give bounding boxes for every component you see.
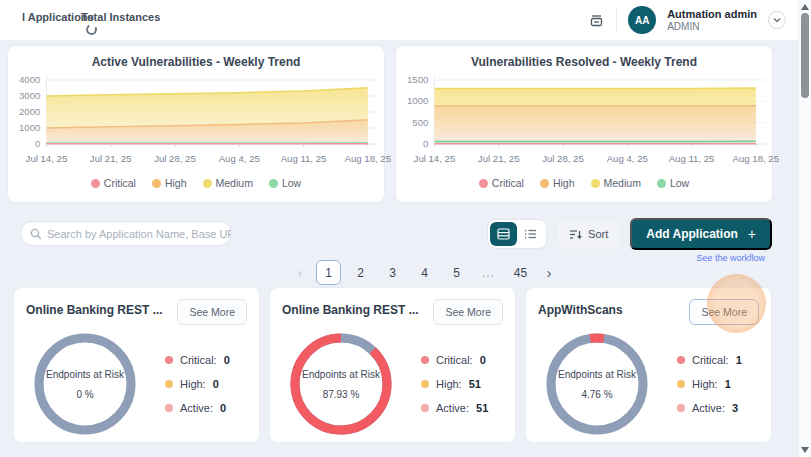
trend-chart: 01000200030004000Jul 14, 25Jul 21, 25Jul… xyxy=(8,72,384,174)
see-more-button[interactable]: See More xyxy=(433,299,503,325)
svg-text:4000: 4000 xyxy=(19,74,40,85)
application-card: Online Banking REST ... See More Endpoin… xyxy=(269,287,516,443)
add-application-button[interactable]: Add Application + xyxy=(630,218,772,250)
svg-text:Aug 18, 25: Aug 18, 25 xyxy=(345,153,391,164)
user-name: Autmation admin xyxy=(667,8,757,21)
svg-text:Aug 11, 25: Aug 11, 25 xyxy=(281,153,327,164)
user-block: Autmation admin ADMIN xyxy=(667,8,757,33)
svg-text:1000: 1000 xyxy=(407,95,428,106)
stat-dot-icon xyxy=(165,356,173,364)
search-icon xyxy=(30,228,42,240)
pagination-page-button[interactable]: 45 xyxy=(508,260,533,285)
search-input[interactable] xyxy=(47,228,231,240)
see-more-button[interactable]: See More xyxy=(689,299,759,325)
legend-dot-icon xyxy=(269,179,278,188)
card-view-button[interactable] xyxy=(490,222,517,246)
stat-label: High: xyxy=(436,378,462,390)
donut-center-label: Endpoints at Risk 87.93 % xyxy=(286,329,396,439)
svg-text:Jul 14, 25: Jul 14, 25 xyxy=(414,153,456,164)
legend-item[interactable]: Medium xyxy=(203,177,253,189)
stat-dot-icon xyxy=(421,380,429,388)
charts-row: Active Vulnerabilities - Weekly Trend 01… xyxy=(7,45,773,203)
see-the-workflow-link[interactable]: See the workflow xyxy=(696,253,765,263)
pagination-page-button: ... xyxy=(476,260,501,285)
stat-row: Active: 3 xyxy=(677,402,742,414)
legend-dot-icon xyxy=(479,179,488,188)
pagination-page-button[interactable]: 5 xyxy=(444,260,469,285)
legend-item[interactable]: Medium xyxy=(591,177,641,189)
legend-dot-icon xyxy=(591,179,600,188)
pagination-page-button[interactable]: 3 xyxy=(380,260,405,285)
stat-dot-icon xyxy=(165,404,173,412)
legend-item[interactable]: High xyxy=(540,177,575,189)
svg-text:0: 0 xyxy=(35,138,40,149)
application-card-body: Endpoints at Risk 87.93 % Critical: 0 Hi… xyxy=(282,329,503,439)
legend-item[interactable]: Critical xyxy=(479,177,524,189)
user-role: ADMIN xyxy=(667,21,757,33)
vulnerability-stats: Critical: 0 High: 51 Active: 51 xyxy=(421,354,488,414)
vulnerability-stats: Critical: 0 High: 0 Active: 0 xyxy=(165,354,230,414)
stat-dot-icon xyxy=(421,356,429,364)
svg-text:Jul 28, 25: Jul 28, 25 xyxy=(542,153,584,164)
vertical-scrollbar[interactable] xyxy=(798,0,811,457)
endpoints-donut-chart: Endpoints at Risk 4.76 % xyxy=(542,329,652,439)
print-icon[interactable] xyxy=(588,12,605,29)
pagination-prev-button[interactable]: ‹ xyxy=(291,265,309,281)
legend-label: Medium xyxy=(604,177,641,189)
chevron-down-icon xyxy=(773,17,781,23)
toolbar-controls: Sort Add Application + xyxy=(487,218,772,250)
vulnerability-stats: Critical: 1 High: 1 Active: 3 xyxy=(677,354,742,414)
chart-legend: Critical High Medium Low xyxy=(396,177,772,189)
legend-item[interactable]: Low xyxy=(269,177,301,189)
legend-item[interactable]: Low xyxy=(657,177,689,189)
legend-dot-icon xyxy=(657,179,666,188)
list-view-button[interactable] xyxy=(517,222,544,246)
list-view-icon xyxy=(524,228,537,240)
donut-percent: 4.76 % xyxy=(581,389,612,400)
view-toggle xyxy=(487,219,547,249)
scroll-up-arrow-icon[interactable] xyxy=(801,4,809,10)
endpoints-donut-chart: Endpoints at Risk 87.93 % xyxy=(286,329,396,439)
topbar: l Applications Total Instances AA Autmat… xyxy=(0,0,811,40)
svg-text:0: 0 xyxy=(423,138,428,149)
legend-label: Critical xyxy=(492,177,524,189)
donut-center-label: Endpoints at Risk 0 % xyxy=(30,329,140,439)
scrollbar-thumb[interactable] xyxy=(801,13,809,98)
stat-dot-icon xyxy=(677,356,685,364)
application-cards-row: Online Banking REST ... See More Endpoin… xyxy=(13,287,772,443)
user-menu-button[interactable] xyxy=(768,11,786,29)
tab-total-instances[interactable]: Total Instances xyxy=(81,11,160,23)
see-more-button[interactable]: See More xyxy=(177,299,247,325)
stat-label: High: xyxy=(180,378,206,390)
stat-label: Critical: xyxy=(180,354,217,366)
stat-row: Active: 0 xyxy=(165,402,230,414)
legend-label: Critical xyxy=(104,177,136,189)
stat-value: 1 xyxy=(725,378,731,390)
pagination-page-button[interactable]: 2 xyxy=(348,260,373,285)
pagination-page-button[interactable]: 4 xyxy=(412,260,437,285)
stat-value: 51 xyxy=(469,378,481,390)
svg-text:Jul 14, 25: Jul 14, 25 xyxy=(26,153,68,164)
svg-text:Aug 18, 25: Aug 18, 25 xyxy=(733,153,779,164)
sort-button[interactable]: Sort xyxy=(556,220,621,249)
legend-item[interactable]: Critical xyxy=(91,177,136,189)
scroll-down-arrow-icon[interactable] xyxy=(801,447,809,453)
legend-label: Medium xyxy=(216,177,253,189)
stat-value: 0 xyxy=(224,354,230,366)
trend-chart: 050010001500Jul 14, 25Jul 21, 25Jul 28, … xyxy=(396,72,772,174)
stat-value: 1 xyxy=(736,354,742,366)
avatar[interactable]: AA xyxy=(628,6,656,34)
legend-label: Low xyxy=(282,177,301,189)
pagination-page-button[interactable]: 1 xyxy=(316,260,341,285)
stat-row: High: 51 xyxy=(421,378,488,390)
donut-percent: 0 % xyxy=(76,389,93,400)
card-view-icon xyxy=(497,228,510,240)
pagination-next-button[interactable]: › xyxy=(540,265,558,281)
application-title: Online Banking REST ... xyxy=(26,299,163,317)
svg-text:1000: 1000 xyxy=(19,122,40,133)
legend-item[interactable]: High xyxy=(152,177,187,189)
stat-row: Critical: 0 xyxy=(421,354,488,366)
trend-chart-card: Vulnerabilities Resolved - Weekly Trend … xyxy=(395,45,773,203)
loading-spinner-icon xyxy=(85,23,98,36)
svg-text:1500: 1500 xyxy=(407,74,428,85)
